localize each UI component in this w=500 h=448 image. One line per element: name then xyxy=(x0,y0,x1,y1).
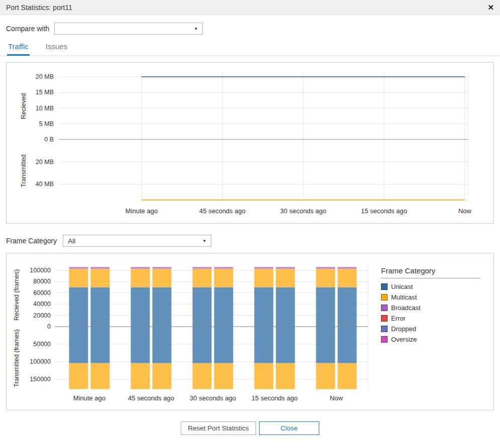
svg-text:Now: Now xyxy=(330,394,343,402)
svg-text:40000: 40000 xyxy=(33,301,51,308)
svg-text:15 seconds ago: 15 seconds ago xyxy=(361,207,407,215)
traffic-chart-panel: 20 MB15 MB10 MB5 MB20 MB40 MB0 BMinute a… xyxy=(6,62,494,224)
svg-text:0: 0 xyxy=(47,323,51,330)
svg-text:30 seconds ago: 30 seconds ago xyxy=(280,207,326,215)
svg-text:Minute ago: Minute ago xyxy=(73,394,105,402)
legend-swatch xyxy=(381,294,388,301)
svg-text:40 MB: 40 MB xyxy=(36,181,54,188)
svg-text:Transmitted: Transmitted xyxy=(20,155,27,188)
svg-text:80000: 80000 xyxy=(33,278,51,285)
legend-items: UnicastMulticastBroadcastErrorDroppedOve… xyxy=(381,283,480,343)
svg-text:50000: 50000 xyxy=(33,341,51,348)
close-icon[interactable]: ✕ xyxy=(487,4,494,11)
frames-chart-svg: 1000008000060000400002000005000010000015… xyxy=(9,256,381,407)
svg-text:30 seconds ago: 30 seconds ago xyxy=(190,394,236,402)
dialog-content: Compare with ▼ Traffic Issues 20 MB15 MB… xyxy=(0,23,500,435)
compare-with-dropdown[interactable]: ▼ xyxy=(54,23,203,35)
svg-text:45 seconds ago: 45 seconds ago xyxy=(128,394,174,402)
legend-swatch xyxy=(381,305,388,311)
traffic-chart-svg: 20 MB15 MB10 MB5 MB20 MB40 MB0 BMinute a… xyxy=(9,66,491,220)
svg-text:0 B: 0 B xyxy=(44,136,54,143)
legend-item-broadcast[interactable]: Broadcast xyxy=(381,304,480,312)
legend-swatch xyxy=(381,315,388,322)
svg-text:10 MB: 10 MB xyxy=(36,105,54,112)
tab-traffic[interactable]: Traffic xyxy=(7,39,30,56)
svg-text:20 MB: 20 MB xyxy=(36,159,54,166)
svg-text:15 MB: 15 MB xyxy=(36,89,54,96)
chevron-down-icon: ▼ xyxy=(202,239,206,243)
frame-category-legend: Frame Category UnicastMulticastBroadcast… xyxy=(381,266,480,346)
svg-text:5 MB: 5 MB xyxy=(39,120,54,127)
legend-item-multicast[interactable]: Multicast xyxy=(381,293,480,301)
legend-swatch xyxy=(381,326,388,332)
legend-label: Broadcast xyxy=(391,304,421,312)
frame-category-value: All xyxy=(68,237,75,245)
legend-label: Error xyxy=(391,315,406,322)
dialog-footer: Reset Port Statistics Close xyxy=(6,421,494,435)
legend-item-oversize[interactable]: Oversize xyxy=(381,336,480,343)
legend-label: Oversize xyxy=(391,336,417,343)
frame-category-row: Frame Category All ▼ xyxy=(6,235,494,247)
svg-text:60000: 60000 xyxy=(33,289,51,296)
frame-category-label: Frame Category xyxy=(6,237,57,245)
svg-text:Recieved (frames): Recieved (frames) xyxy=(13,269,20,321)
legend-label: Dropped xyxy=(391,325,416,333)
svg-text:100000: 100000 xyxy=(30,358,51,365)
legend-label: Multicast xyxy=(391,293,417,301)
legend-label: Unicast xyxy=(391,283,413,290)
port-statistics-dialog: Port Statistics: port11 ✕ Compare with ▼… xyxy=(0,0,500,435)
svg-text:Recieved: Recieved xyxy=(20,93,27,119)
compare-with-label: Compare with xyxy=(6,25,49,33)
dialog-title: Port Statistics: port11 xyxy=(6,4,72,12)
svg-text:150000: 150000 xyxy=(30,376,51,383)
dialog-titlebar: Port Statistics: port11 ✕ xyxy=(0,0,500,15)
frames-chart-panel: 1000008000060000400002000005000010000015… xyxy=(6,253,494,410)
legend-title: Frame Category xyxy=(381,266,480,278)
svg-text:Transmitted (frames): Transmitted (frames) xyxy=(13,329,20,387)
svg-text:20000: 20000 xyxy=(33,312,51,319)
compare-with-row: Compare with ▼ xyxy=(6,23,494,35)
legend-item-error[interactable]: Error xyxy=(381,315,480,322)
tab-bar: Traffic Issues xyxy=(0,39,500,56)
legend-swatch xyxy=(381,336,388,343)
legend-item-dropped[interactable]: Dropped xyxy=(381,325,480,333)
frame-category-dropdown[interactable]: All ▼ xyxy=(63,235,211,247)
reset-port-statistics-button[interactable]: Reset Port Statistics xyxy=(181,421,256,435)
svg-text:100000: 100000 xyxy=(30,267,51,274)
legend-item-unicast[interactable]: Unicast xyxy=(381,283,480,290)
chevron-down-icon: ▼ xyxy=(194,27,198,31)
legend-swatch xyxy=(381,283,388,290)
close-button[interactable]: Close xyxy=(259,421,319,435)
tab-issues[interactable]: Issues xyxy=(45,39,68,56)
svg-text:Now: Now xyxy=(458,207,472,215)
svg-text:45 seconds ago: 45 seconds ago xyxy=(199,207,245,215)
svg-text:Minute ago: Minute ago xyxy=(126,207,158,215)
svg-text:15 seconds ago: 15 seconds ago xyxy=(252,394,298,402)
svg-text:20 MB: 20 MB xyxy=(36,73,54,80)
